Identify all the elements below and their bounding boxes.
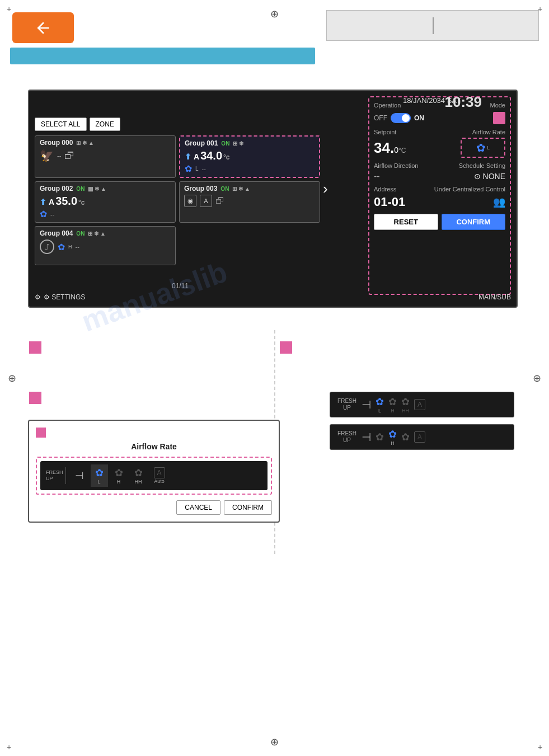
group-003-status: ON [220, 186, 229, 192]
pink-square-lower-mid [29, 392, 41, 404]
select-all-button[interactable]: SELECT ALL [35, 118, 87, 131]
operation-mode-row: Operation Mode [374, 102, 505, 109]
corner-mark-tl: + [4, 4, 13, 13]
settings-label: ⚙ SETTINGS [44, 293, 85, 301]
group-002-dash: -- [50, 211, 54, 218]
auto-box: A [154, 467, 165, 478]
fan-h-bottom: ✿ [388, 428, 397, 440]
airflow-panel-top: FRESHUP ⊣ ✿ L ✿ H ✿ HH A [330, 392, 514, 417]
group-003-a-box: A [200, 195, 212, 207]
airflow-options-row: FRESHUP ⊣ ✿ L ✿ H ✿ HH A [40, 461, 268, 490]
setpoint-temp-dec: 0 [394, 145, 398, 154]
toggle-on-label: ON [414, 114, 424, 122]
group-002-a-label: A [49, 198, 54, 206]
airflow-pipe-option[interactable]: ⊣ [71, 467, 88, 484]
popup-confirm-button[interactable]: CONFIRM [224, 500, 272, 515]
settings-link[interactable]: ⚙ ⚙ SETTINGS [35, 293, 85, 301]
schedule-setting-label: Schedule Setting [459, 162, 505, 169]
pink-square-lower-right [280, 341, 292, 354]
fresh-up-button[interactable]: FRESHUP [44, 467, 66, 484]
group-004-h: H [68, 244, 72, 250]
group-001-fan-icon: ✿ [185, 163, 192, 174]
address-label: Address [374, 186, 396, 192]
h-option-bottom: ✿ H [388, 428, 397, 446]
top-bar-divider [433, 17, 434, 34]
airflow-l-option[interactable]: ✿ L [91, 464, 108, 487]
fresh-up-label: FRESHUP [46, 469, 63, 482]
h-option-top: ✿ H [388, 396, 397, 414]
fresh-up-bottom-label: FRESHUP [336, 430, 358, 444]
group-001-status: ON [221, 140, 229, 147]
group-001-dash2: -- [202, 166, 206, 172]
back-arrow-icon [34, 19, 52, 37]
settings-icon: ⚙ [35, 293, 41, 301]
toggle-off-label: OFF [374, 114, 387, 122]
toggle-switch[interactable] [391, 113, 411, 123]
group-000-title: Group 000 ⊞ ❄ ▲ [40, 139, 171, 147]
on-off-toggle-group: OFF ON [374, 113, 424, 123]
group-002-temp-val: 35.0 [55, 195, 77, 208]
group-004-fan: ✿ [58, 242, 65, 252]
group-000-mode-icon: 🦅 [40, 149, 54, 162]
group-card-002[interactable]: Group 002 ON ▦ ❄ ▲ ⬆ A 35.0 °c ✿ -- [35, 181, 176, 223]
group-004-content: ⑀ ✿ H -- [40, 240, 171, 254]
operation-label: Operation [374, 102, 401, 109]
group-003-right-icon: 🗗 [215, 196, 224, 206]
group-003-cam-sym: ◉ [187, 197, 193, 205]
group-card-001[interactable]: Group 001 ON ⊞ ❄ ⬆ A 34.0 °c ✿ L -- [179, 135, 320, 178]
fan-l-icon: ✿ [95, 467, 104, 479]
airflow-l-label: L [487, 145, 490, 151]
setpoint-value-group: 34.0°C [374, 139, 406, 157]
zone-button[interactable]: ZONE [90, 118, 120, 131]
main-sub-label: MAIN/SUB [478, 293, 511, 301]
fan-l-bottom: ✿ [376, 431, 384, 443]
airflow-bottom-options: ⊣ ✿ ✿ H ✿ A [362, 428, 508, 446]
nav-arrow-button[interactable]: › [323, 180, 328, 198]
group-000-icons: ⊞ ❄ ▲ [76, 140, 93, 146]
airflow-right-panels: FRESHUP ⊣ ✿ L ✿ H ✿ HH A FRESHUP ⊣ ✿ [330, 392, 514, 457]
airflow-fan-icon: ✿ [476, 141, 486, 154]
group-004-sym: ⑀ [45, 242, 49, 251]
popup-buttons: CANCEL CONFIRM [36, 500, 272, 515]
airflow-rate-icon-box[interactable]: ✿ L [461, 138, 505, 158]
auto-box-top: A [414, 399, 425, 410]
fan-l-top: ✿ [376, 396, 384, 408]
groups-grid: Group 000 ⊞ ❄ ▲ 🦅 -- 🗗 Group 001 ON ⊞ ❄ … [35, 135, 320, 265]
airflow-hh-option[interactable]: ✿ HH [130, 464, 147, 487]
auto-box-bottom: A [414, 431, 425, 443]
hh-option-top: ✿ HH [401, 396, 410, 414]
group-card-003[interactable]: Group 003 ON ⊞ ❄ ▲ ◉ A 🗗 [179, 181, 320, 223]
top-right-bar [326, 10, 539, 41]
airflow-popup-inner: FRESHUP ⊣ ✿ L ✿ H ✿ HH A [36, 457, 272, 495]
group-001-temp-main: 34.0 [200, 149, 222, 162]
hh-label-top: HH [402, 408, 409, 414]
confirm-button[interactable]: CONFIRM [442, 214, 506, 230]
top-crosshair-icon: ⊕ [270, 8, 279, 20]
fan-hh-icon: ✿ [134, 467, 143, 479]
airflow-auto-option[interactable]: A Auto [149, 465, 170, 486]
group-000-dash: -- [57, 152, 61, 159]
airflow-h-option[interactable]: ✿ H [110, 464, 128, 487]
mode-color-box[interactable] [493, 112, 505, 124]
reset-button[interactable]: RESET [374, 214, 438, 230]
none-icon: ⊙ [474, 172, 481, 181]
h-label-top: H [391, 408, 395, 414]
none-value: ⊙ NONE [474, 172, 505, 181]
right-crosshair-icon: ⊕ [533, 372, 541, 384]
group-card-004[interactable]: Group 004 ON ⊞ ❄ ▲ ⑀ ✿ H -- [35, 226, 176, 265]
group-card-000[interactable]: Group 000 ⊞ ❄ ▲ 🦅 -- 🗗 [35, 135, 176, 178]
airflow-panel-bottom: FRESHUP ⊣ ✿ ✿ H ✿ A [330, 424, 514, 450]
fan-hh-bottom: ✿ [401, 431, 410, 443]
group-003-content: ◉ A 🗗 [184, 195, 315, 207]
group-001-temp-unit: °c [223, 153, 229, 161]
cancel-button[interactable]: CANCEL [176, 500, 220, 515]
corner-mark-bl: + [4, 743, 13, 752]
group-001-temp-value: A [194, 152, 199, 161]
fan-h-label: H [117, 479, 121, 485]
left-crosshair-icon: ⊕ [8, 372, 16, 384]
none-label: NONE [483, 172, 505, 181]
toggle-mode-row: OFF ON [374, 112, 505, 124]
fan-l-label: L [98, 479, 101, 485]
group-003-title: Group 003 ON ⊞ ❄ ▲ [184, 185, 315, 192]
back-button[interactable] [12, 12, 74, 43]
